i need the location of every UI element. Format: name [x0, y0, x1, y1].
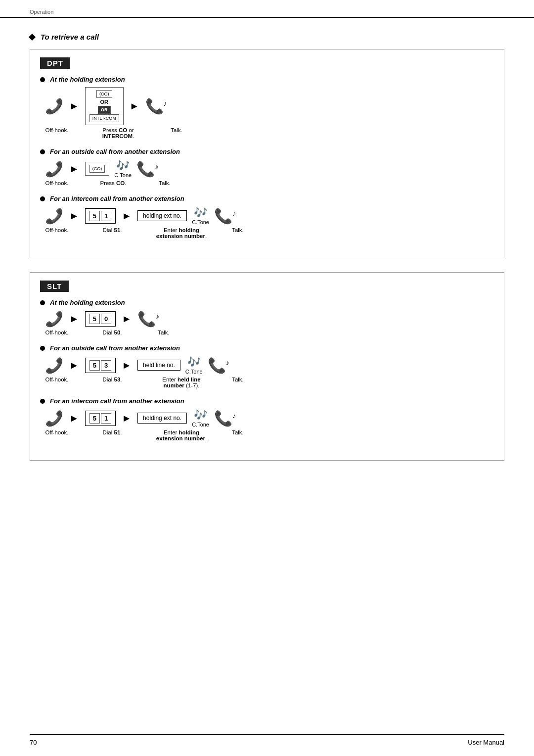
ctone-outside-slt: 🎶 C.Tone: [185, 356, 203, 375]
ctone-note-icon3: 🎶: [187, 356, 201, 369]
bullet-icon6: [40, 399, 45, 404]
slt-intercom-labels: Off-hook. Dial 51. Enter holdingextensio…: [40, 429, 494, 441]
co-intercom-button: (CO) OR OR INTERCOM: [85, 87, 124, 125]
slt-outside-section: For an outside call from another extensi…: [40, 344, 494, 388]
page-label: User Manual: [468, 739, 504, 746]
phone-offhook-icon: 📞: [45, 97, 63, 115]
label-dial51-dpt: Dial 51.: [92, 227, 132, 233]
dpt-holding-flow: 📞 ► (CO) OR OR INTERCOM ► 📞♪: [40, 87, 494, 125]
arrow-icon9: ►: [122, 360, 132, 371]
co-single-button: (CO): [85, 162, 110, 176]
talk-icon2: 📞♪: [136, 160, 158, 178]
arrow-icon: ►: [69, 100, 79, 112]
dpt-outside-title: For an outside call from another extensi…: [40, 148, 494, 155]
key5-slt2: 5: [89, 360, 100, 371]
slt-intercom-title: For an intercom call from another extens…: [40, 397, 494, 405]
talk-icon6: 📞♪: [214, 410, 236, 427]
label-talk1: Talk.: [165, 127, 188, 133]
bullet-icon: [40, 77, 45, 82]
dpt-box: DPT At the holding extension 📞 ► (CO) OR…: [30, 49, 504, 258]
arrow-icon8: ►: [69, 360, 79, 371]
diamond-icon: [29, 33, 36, 40]
slt-holding-section: At the holding extension 📞 ► 5 0 ► 📞♪ Of…: [40, 299, 494, 335]
slt-outside-labels: Off-hook. Dial 53. Enter held linenumber…: [40, 377, 494, 388]
dpt-label: DPT: [40, 57, 70, 69]
arrow-icon3: ►: [69, 163, 79, 175]
dpt-holding-title: At the holding extension: [40, 76, 494, 83]
label-dial51-slt: Dial 51.: [92, 429, 132, 435]
ctone-note-icon2: 🎶: [194, 206, 207, 219]
arrow-icon11: ►: [122, 413, 132, 424]
or-button: OR: [98, 106, 111, 114]
dpt-intercom-title-text: For an intercom call from another extens…: [50, 195, 184, 202]
dpt-intercom-title: For an intercom call from another extens…: [40, 195, 494, 202]
key3-slt: 3: [101, 360, 111, 371]
phone-offhook-icon4: 📞: [45, 310, 63, 328]
slt-outside-title: For an outside call from another extensi…: [40, 344, 494, 352]
key51-dpt: 5 1: [85, 208, 116, 224]
dpt-holding-title-text: At the holding extension: [50, 76, 125, 83]
holding-ext-box-slt: holding ext no.: [137, 413, 187, 424]
talk-icon4: 📞♪: [137, 310, 159, 328]
dpt-intercom-section: For an intercom call from another extens…: [40, 195, 494, 239]
arrow-icon6: ►: [69, 313, 79, 325]
key51-slt: 5 1: [85, 411, 116, 426]
co-label-single: (CO): [89, 165, 105, 173]
phone-offhook-icon6: 📞: [45, 410, 63, 427]
holding-ext-box-dpt: holding ext no.: [137, 210, 187, 221]
dpt-outside-flow: 📞 ► (CO) 🎶 C.Tone 📞♪: [40, 159, 494, 178]
label-offhook: Off-hook.: [45, 127, 69, 133]
label-talk3: Talk.: [226, 227, 250, 233]
talk-icon5: 📞♪: [208, 357, 229, 374]
label-offhook6: Off-hook.: [45, 429, 69, 435]
bullet-icon4: [40, 300, 45, 305]
arrow-icon2: ►: [130, 100, 139, 112]
bullet-icon5: [40, 346, 45, 351]
header-text: Operation: [30, 9, 53, 15]
key0-slt: 0: [101, 314, 111, 324]
intercom-bottom-label: INTERCOM: [89, 114, 119, 122]
dpt-outside-labels: Off-hook. Press CO. Talk.: [40, 180, 494, 186]
key1-slt: 1: [101, 413, 111, 424]
key53-slt: 5 3: [85, 358, 116, 373]
label-offhook3: Off-hook.: [45, 227, 69, 233]
dpt-intercom-labels: Off-hook. Dial 51. Enter holdingextensio…: [40, 227, 494, 239]
talk-icon: 📞♪: [145, 97, 167, 115]
label-offhook5: Off-hook.: [45, 377, 69, 382]
ctone-label-outside: C.Tone: [114, 172, 132, 178]
section-title-text: To retrieve a call: [41, 33, 99, 41]
bullet-icon3: [40, 196, 45, 201]
dpt-outside-section: For an outside call from another extensi…: [40, 148, 494, 186]
phone-offhook-icon5: 📞: [45, 357, 63, 374]
ctone-label-outside-slt: C.Tone: [185, 369, 203, 375]
held-line-box: held line no.: [137, 360, 180, 371]
talk-icon3: 📞♪: [214, 207, 236, 225]
label-press-co: Press CO orINTERCOM.: [93, 127, 143, 139]
ctone-label-slt: C.Tone: [192, 422, 209, 427]
label-talk6: Talk.: [226, 429, 250, 435]
page-footer: 70 User Manual: [30, 734, 504, 746]
label-enter-holding-slt: Enter holdingextension number.: [152, 429, 211, 441]
label-enter-held-line: Enter held linenumber (1-7).: [152, 377, 211, 388]
label-press-co2: Press CO.: [93, 180, 133, 186]
label-talk2: Talk.: [153, 180, 177, 186]
label-offhook2: Off-hook.: [45, 180, 69, 186]
phone-offhook-icon3: 📞: [45, 207, 63, 225]
label-dial50: Dial 50.: [92, 330, 132, 335]
ctone-label-dpt: C.Tone: [192, 219, 209, 225]
slt-holding-title-text: At the holding extension: [50, 299, 125, 306]
ctone-note-icon: 🎶: [116, 159, 130, 172]
page-header: Operation: [0, 0, 534, 18]
dpt-intercom-flow: 📞 ► 5 1 ► holding ext no. 🎶 C.Tone 📞♪: [40, 206, 494, 225]
section-title: To retrieve a call: [30, 33, 504, 41]
page-number: 70: [30, 739, 37, 746]
slt-holding-flow: 📞 ► 5 0 ► 📞♪: [40, 310, 494, 328]
key1: 1: [101, 211, 111, 221]
ctone-intercom-dpt: 🎶 C.Tone: [192, 206, 209, 225]
ctone-intercom-slt: 🎶 C.Tone: [192, 409, 209, 427]
slt-intercom-section: For an intercom call from another extens…: [40, 397, 494, 441]
co-top-label: (CO): [96, 90, 112, 98]
slt-intercom-flow: 📞 ► 5 1 ► holding ext no. 🎶 C.Tone 📞♪: [40, 409, 494, 427]
ctone-outside: 🎶 C.Tone: [114, 159, 132, 178]
slt-box: SLT At the holding extension 📞 ► 5 0 ► 📞…: [30, 272, 504, 461]
